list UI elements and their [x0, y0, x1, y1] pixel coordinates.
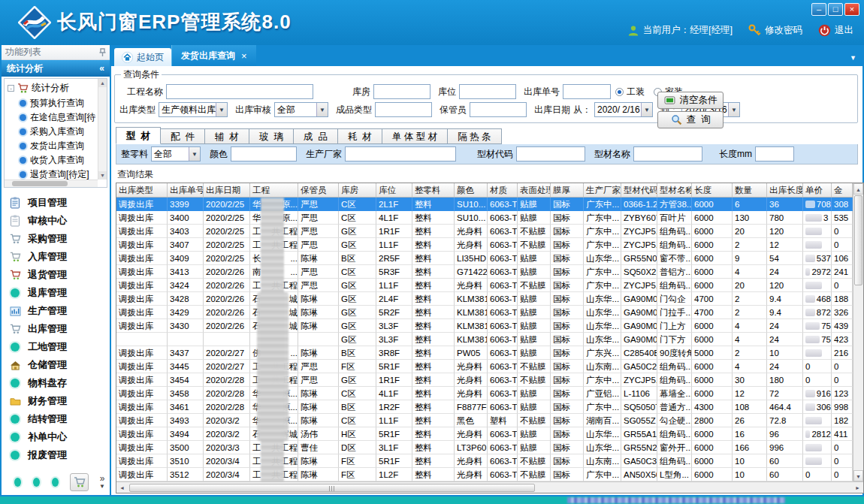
- column-header[interactable]: 单价: [803, 183, 832, 197]
- tree-item[interactable]: 预算执行查询: [5, 96, 107, 110]
- column-header[interactable]: 工程: [250, 183, 298, 197]
- tree-item[interactable]: 发货出库查询: [5, 139, 107, 153]
- sidebar-item-结转管理[interactable]: 结转管理: [9, 410, 110, 428]
- overflow-chevron[interactable]: »▼: [99, 475, 105, 490]
- table-row[interactable]: 调拨出库34092020/2/25长...陈琳B区2R5F整料LI35HD606…: [116, 252, 853, 265]
- module-cart-button[interactable]: [70, 473, 89, 491]
- material-tab[interactable]: 辅 材: [205, 128, 249, 144]
- column-header[interactable]: 长度: [692, 183, 733, 197]
- tree-root[interactable]: - 统计分析: [5, 79, 107, 96]
- table-row[interactable]: 调拨出库34942020/3/2石辉城汤伟H区5R1F整料光身料6063-T5贴…: [116, 427, 853, 441]
- column-header[interactable]: 出库类型: [116, 183, 168, 197]
- sidebar-item-补单中心[interactable]: 补单中心: [9, 428, 110, 446]
- table-row[interactable]: 调拨出库34002020/2/25华原...严思C区4L1F整料SU10...6…: [116, 211, 853, 225]
- vscroll-thumb[interactable]: [854, 195, 862, 285]
- column-header[interactable]: 整零料: [412, 183, 455, 197]
- change-password-button[interactable]: 修改密码: [748, 24, 802, 37]
- review-select[interactable]: 全部▼: [274, 102, 328, 117]
- column-header[interactable]: 表面处理: [518, 183, 551, 197]
- keeper-input[interactable]: [470, 102, 527, 117]
- module-circle-icon[interactable]: [14, 478, 21, 487]
- material-tab[interactable]: 单 体 型 材: [382, 128, 448, 144]
- column-header[interactable]: 型材代码: [621, 183, 657, 197]
- table-row[interactable]: 调拨出库33992020/2/25华原...严思C区2L1F整料SU10...6…: [116, 198, 853, 211]
- color-input[interactable]: [231, 146, 297, 161]
- tree-vertical-scrollbar[interactable]: ▲▼: [98, 79, 107, 180]
- material-tab[interactable]: 配 件: [161, 128, 205, 144]
- sidebar-item-物料盘存[interactable]: 物料盘存: [9, 374, 110, 392]
- material-tab[interactable]: 型 材: [116, 127, 161, 144]
- column-header[interactable]: 出库单号: [168, 183, 204, 197]
- table-row[interactable]: 调拨出库34542020/2/28工共工程严思G区1R1F整料光身料6063-T…: [116, 373, 853, 387]
- scroll-right-icon[interactable]: ►: [852, 485, 863, 490]
- column-header[interactable]: 膜厚: [551, 183, 584, 197]
- location-input[interactable]: [459, 84, 516, 99]
- collapse-icon[interactable]: «: [99, 63, 104, 74]
- table-row[interactable]: 调拨出库34302020/2/26石城陈琳G区3L3F整料KLM38176063…: [116, 319, 853, 333]
- sidebar-item-退库管理[interactable]: 退库管理: [9, 284, 110, 302]
- material-tab[interactable]: 成 品: [294, 128, 338, 144]
- table-row[interactable]: 调拨出库34242020/2/26工共工程严思G区1L1F整料光身料6063-T…: [116, 279, 853, 292]
- clear-conditions-button[interactable]: 清空条件: [657, 92, 724, 109]
- search-button[interactable]: 查 询: [657, 111, 724, 128]
- scroll-left-icon[interactable]: ◄: [116, 485, 128, 490]
- tree-item[interactable]: 在途信息查询[待: [5, 110, 107, 125]
- whole-piece-select[interactable]: 全部▼: [151, 146, 201, 161]
- scroll-up-icon[interactable]: ▲: [853, 183, 863, 195]
- tree-item[interactable]: 收货入库查询: [5, 153, 107, 167]
- tree-expander-icon[interactable]: -: [8, 85, 14, 92]
- column-header[interactable]: 出库日期: [204, 183, 250, 197]
- minimize-button[interactable]: –: [811, 3, 826, 16]
- order-no-input[interactable]: [563, 84, 611, 99]
- table-row[interactable]: 调拨出库34582020/2/28华原...陈琳C区4L1F整料光身料6063-…: [116, 387, 853, 400]
- length-input[interactable]: [755, 146, 794, 161]
- table-row[interactable]: 调拨出库34132020/2/26南...严思C区5R3F整料G71422606…: [116, 265, 853, 279]
- sidebar-item-报废管理[interactable]: 报废管理: [9, 446, 110, 464]
- date-from-picker[interactable]: 2020/ 2/16▼: [594, 102, 653, 117]
- radio-gongzhuang[interactable]: 工装: [615, 86, 645, 98]
- sidebar-item-生产管理[interactable]: 生产管理: [9, 302, 110, 320]
- sidebar-item-工地管理[interactable]: 工地管理: [9, 338, 110, 356]
- tree-item[interactable]: 采购入库查询: [5, 125, 107, 139]
- project-name-input[interactable]: [166, 84, 313, 99]
- tab-home[interactable]: 起始页: [114, 48, 171, 66]
- table-row[interactable]: 调拨出库34452020/2/27工共工程严思F区5R1F整料光身料6063-T…: [116, 360, 853, 373]
- tab-active[interactable]: 发货出库查询 ×: [171, 45, 256, 66]
- pin-icon[interactable]: [99, 48, 106, 57]
- material-tab[interactable]: 耗 材: [338, 128, 382, 144]
- tab-close-icon[interactable]: ×: [241, 50, 247, 62]
- sidebar-section-header[interactable]: 统计分析 «: [2, 60, 110, 77]
- tab-list-dropdown-icon[interactable]: ▼: [850, 54, 856, 62]
- column-header[interactable]: 出库长度: [767, 183, 803, 197]
- table-row[interactable]: 调拨出库34932020/3/2华原...陈琳C区1L1F整料黑色塑料不贴膜国标…: [116, 414, 853, 427]
- scroll-down-icon[interactable]: ▼: [853, 470, 863, 481]
- table-row[interactable]: 调拨出库34292020/2/26石城陈琳G区5R2F整料KLM38176063…: [116, 306, 853, 319]
- warehouse-input[interactable]: [373, 84, 430, 99]
- column-header[interactable]: 库房: [339, 183, 376, 197]
- table-row[interactable]: 调拨出库35002020/3/3工共工程曹佳D区3L1F整料LT3P606063…: [116, 441, 853, 454]
- maximize-button[interactable]: □: [828, 3, 843, 16]
- sidebar-item-项目管理[interactable]: 项目管理: [9, 194, 110, 212]
- sidebar-item-入库管理[interactable]: 入库管理: [9, 248, 110, 266]
- column-header[interactable]: 保管员: [298, 183, 339, 197]
- product-type-input[interactable]: [375, 102, 432, 117]
- table-row[interactable]: 调拨出库35122020/3/4工共工程陈琳F区1L2F整料光身料6063-T5…: [116, 468, 853, 481]
- grid-horizontal-scrollbar[interactable]: ◄ ►: [116, 481, 863, 493]
- table-row[interactable]: 调拨出库34372020/2/27佛...陈琳B区3R8F整料PW056063-…: [116, 346, 853, 360]
- module-circle-icon[interactable]: [52, 478, 59, 487]
- column-header[interactable]: 数量: [733, 183, 767, 197]
- column-header[interactable]: 金: [832, 183, 853, 197]
- sidebar-item-仓储管理[interactable]: 仓储管理: [9, 356, 110, 374]
- grid-vertical-scrollbar[interactable]: ▲ ▼: [853, 183, 863, 481]
- close-button[interactable]: ×: [844, 3, 859, 16]
- column-header[interactable]: 库位: [376, 183, 412, 197]
- material-tab[interactable]: 隔 热 条: [448, 128, 501, 144]
- table-row[interactable]: 调拨出库35102020/3/4工共工程陈琳F区5R1F整料光身料6063-T5…: [116, 454, 853, 468]
- column-header[interactable]: 材质: [488, 183, 518, 197]
- material-tab[interactable]: 玻 璃: [249, 128, 294, 144]
- sidebar-item-审核中心[interactable]: 审核中心: [9, 212, 110, 230]
- sidebar-item-退货管理[interactable]: 退货管理: [9, 266, 110, 284]
- hscroll-thumb[interactable]: [129, 484, 535, 492]
- module-circle-icon[interactable]: [33, 478, 40, 487]
- column-header[interactable]: 颜色: [455, 183, 488, 197]
